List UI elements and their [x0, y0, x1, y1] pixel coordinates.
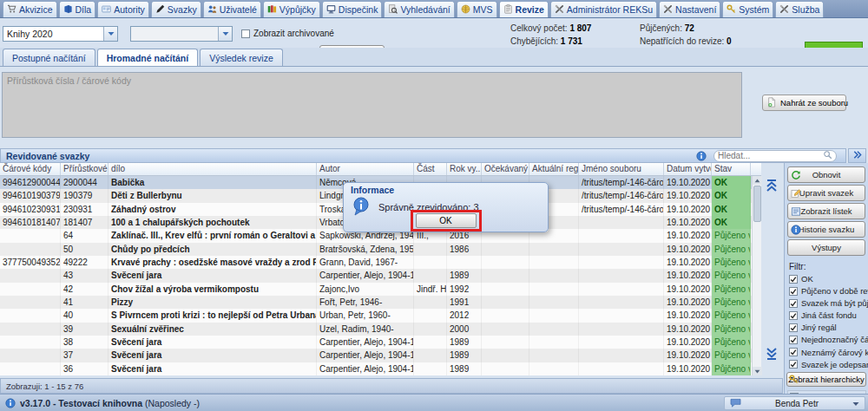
tab-dispe-ink[interactable]: Dispečink	[322, 1, 383, 17]
tab-v-p-j-ky[interactable]: Výpůjčky	[263, 1, 320, 17]
tab-svazky[interactable]: Svazky	[151, 1, 201, 17]
scrollbar-thumb[interactable]	[753, 186, 761, 222]
cell-file: /tritus/temp/-146-čárové ...	[579, 203, 664, 216]
table-row[interactable]: 42Chov žížal a výroba vermikompostuZajon…	[0, 283, 752, 296]
cell-acc: 64	[61, 229, 108, 242]
scroll-to-bottom-button[interactable]	[766, 347, 778, 362]
column-header-author[interactable]: Autor	[317, 163, 414, 175]
tab-vyhled-v-n-[interactable]: Vyhledávání	[384, 1, 454, 17]
tab-nastaven-[interactable]: Nastavení	[659, 1, 720, 17]
scroll-to-top-button[interactable]	[766, 179, 778, 194]
checkbox-checked-icon[interactable]	[789, 348, 798, 356]
checkbox-checked-icon[interactable]	[789, 336, 798, 344]
load-from-file-button[interactable]: Nahrát ze souboru	[762, 95, 846, 111]
cell-expected	[482, 349, 529, 362]
tab-u-ivatel-[interactable]: Uživatelé	[203, 1, 261, 17]
table-row[interactable]: 50Chůdy po předcíchBratršovská, Zdena, 1…	[0, 243, 752, 256]
checkbox-unchecked-icon[interactable]	[241, 29, 250, 38]
table-row[interactable]: 40S Pivrncem proti krizi : to nejlepší o…	[0, 309, 752, 322]
cell-date: 19.10.2020	[664, 176, 712, 189]
tab-akvizice[interactable]: Akvizice	[3, 1, 57, 17]
zobrazit-l-stek-button[interactable]: Zobrazit lístek	[787, 203, 865, 219]
obnovit-button[interactable]: Obnovit	[787, 166, 865, 183]
globe-icon	[461, 4, 470, 16]
filter-item-nejednozna-n-rov-k[interactable]: Nejednoznačný čárový k	[789, 335, 868, 344]
revision-select[interactable]: Knihy 2020	[3, 26, 118, 42]
table-row[interactable]: 37Svěcení jaraCarpentier, Alejo, 1904-19…	[0, 349, 752, 362]
cell-file	[579, 349, 664, 362]
column-header-year[interactable]: Rok vy...	[447, 163, 482, 175]
cell-date: 19.10.2020	[664, 216, 712, 229]
filter-item-svazek-je-odepsan-[interactable]: Svazek je odepsaný	[789, 360, 868, 369]
column-header-title[interactable]: dílo	[108, 163, 317, 175]
subtab-postupn-na-t-n-[interactable]: Postupné načítání	[3, 49, 95, 66]
cell-date: 19.10.2020	[664, 283, 712, 296]
collapse-sidebar-button[interactable]	[848, 148, 866, 163]
show-hierarchy-button[interactable]: Zobrazit hierarchicky	[786, 372, 866, 387]
vertical-scrollbar[interactable]	[752, 176, 761, 375]
dialog-ok-button[interactable]: OK	[416, 213, 477, 228]
filter-item-nezn-m-rov-k-d[interactable]: Neznámý čárový kód	[789, 348, 868, 357]
chevron-down-icon[interactable]	[218, 27, 232, 41]
table-row[interactable]: 38Svěcení jaraCarpentier, Alejo, 1904-19…	[0, 336, 752, 349]
filter-item-p-j-eno-v-dob-revize[interactable]: Půjčeno v době revize	[789, 286, 868, 296]
cell-part	[414, 296, 447, 309]
column-header-shelf[interactable]: Aktuální regál	[529, 163, 579, 175]
tab-slu-ba[interactable]: Služba	[775, 1, 824, 17]
tab-revize[interactable]: Revize	[499, 1, 549, 17]
version-text: v3.17.0 - Testovací knihovna (Naposledy …	[20, 398, 200, 408]
search-input[interactable]	[718, 151, 823, 160]
table-row[interactable]: 37775004935249222Krvavé prachy : osedžsk…	[0, 256, 752, 269]
search-box[interactable]	[713, 150, 837, 162]
filter-list: OKPůjčeno v době revizeSvazek má být půj…	[785, 274, 868, 369]
user-menu[interactable]: Benda Petr	[724, 396, 865, 410]
table-row[interactable]: 39Sexuální zvěřinecUzel, Radim, 1940-200…	[0, 323, 752, 336]
chevron-down-icon[interactable]	[852, 399, 859, 408]
tab-label: Dispečink	[339, 4, 378, 15]
historie-svazku-button[interactable]: Historie svazku	[787, 221, 865, 238]
barcode-input-textarea[interactable]	[2, 72, 742, 138]
chevron-down-icon[interactable]	[103, 27, 117, 41]
table-row[interactable]: 41PizzyFořt, Petr, 1946-199119.10.2020Pů…	[0, 296, 752, 309]
cell-part	[414, 349, 447, 362]
subtab-hromadn-na-t-n-[interactable]: Hromadné načítání	[97, 49, 199, 66]
checkbox-checked-icon[interactable]	[789, 360, 798, 369]
cell-title: Krvavé prachy : osedžské masové vraždy a…	[108, 256, 317, 269]
column-header-expected[interactable]: Očekávaný ...	[482, 163, 529, 175]
column-header-file[interactable]: Jméno souboru	[579, 163, 664, 175]
cell-acc: 38	[61, 336, 108, 349]
v-stupy-button[interactable]: Výstupy	[787, 239, 865, 256]
filter-item-jin-st-fondu[interactable]: Jiná část fondu	[789, 310, 868, 320]
tab-autority[interactable]: Autority	[97, 1, 149, 17]
cell-status: Půjčeno v d...	[712, 243, 751, 256]
column-header-status[interactable]: Stav	[712, 163, 751, 175]
column-header-barcode[interactable]: Čárové kódy	[0, 163, 61, 175]
tab-d-la[interactable]: Díla	[59, 1, 96, 17]
tab-mvs[interactable]: MVS	[457, 1, 497, 17]
checkbox-checked-icon[interactable]	[789, 275, 798, 284]
column-header-acc[interactable]: Přírůstkové ...	[61, 163, 108, 175]
show-archived-checkbox[interactable]: Zobrazit archivované	[241, 29, 334, 38]
tab-syst-m[interactable]: Systém	[722, 1, 773, 17]
scrollbar-down-arrow[interactable]	[753, 367, 762, 375]
table-row[interactable]: 43Svěcení jaraCarpentier, Alejo, 1904-19…	[0, 269, 752, 282]
column-header-part[interactable]: Část	[414, 163, 447, 175]
column-header-date[interactable]: Datum vytvo...	[664, 163, 712, 175]
magnifier-icon[interactable]	[823, 150, 832, 161]
subtab-v-sledek-revize[interactable]: Výsledek revize	[200, 49, 283, 66]
tab-administr-tor-reksu[interactable]: Administrátor REKSu	[550, 1, 657, 17]
cell-year: 1992	[447, 283, 482, 296]
scrollbar-up-arrow[interactable]	[753, 176, 762, 185]
filter-item-ok[interactable]: OK	[789, 274, 868, 284]
checkbox-checked-icon[interactable]	[789, 311, 798, 320]
checkbox-checked-icon[interactable]	[789, 299, 798, 308]
filter-item-jin-reg-l[interactable]: Jiný regál	[789, 323, 868, 332]
checkbox-checked-icon[interactable]	[789, 323, 798, 332]
filter-item-svazek-m-b-t-p-j-en-[interactable]: Svazek má být půjčený	[789, 298, 868, 308]
secondary-select[interactable]	[130, 26, 233, 42]
checkbox-checked-icon[interactable]	[789, 287, 798, 296]
info-icon[interactable]	[696, 151, 707, 161]
cell-file	[579, 309, 664, 322]
upravit-svazek-button[interactable]: Upravit svazek	[787, 185, 865, 201]
table-row[interactable]: 36Svěcení jaraCarpentier, Alejo, 1904-19…	[0, 362, 752, 375]
